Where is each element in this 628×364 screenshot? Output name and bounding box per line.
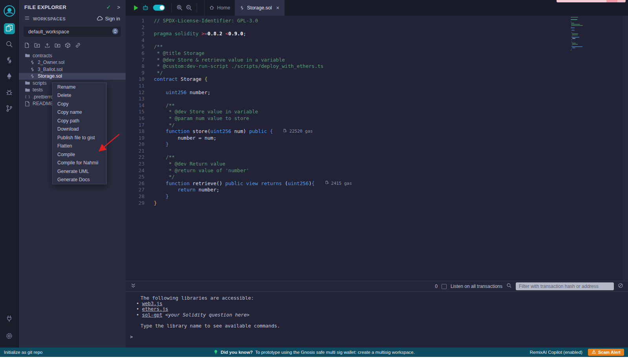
context-menu-item-compile[interactable]: Compile [53, 150, 106, 159]
debugger-button[interactable] [4, 87, 15, 98]
workspace-switch-icon[interactable] [112, 28, 119, 36]
terminal-search-icon[interactable] [506, 283, 512, 290]
settings-button[interactable] [4, 331, 15, 342]
search-button[interactable] [4, 39, 15, 50]
library-link[interactable]: sol-gpt [142, 312, 162, 318]
code-line: 6 * @title Storage [126, 50, 628, 57]
chevron-right-icon[interactable]: > [117, 4, 120, 10]
link-icon [75, 42, 81, 50]
library-link[interactable]: web3.js [142, 301, 162, 306]
context-menu-item-copy[interactable]: Copy [53, 100, 106, 108]
listen-label: Listen on all transactions [451, 284, 502, 289]
code-line: 22 /** [126, 154, 628, 161]
line-content: number = num; [154, 135, 216, 142]
zoom-in-icon[interactable] [175, 3, 184, 13]
transaction-filter-input[interactable] [516, 282, 614, 290]
tree-item-label: Storage.sol [38, 73, 62, 79]
file-explorer-button[interactable] [4, 23, 15, 34]
context-menu-item-copy-path[interactable]: Copy path [53, 116, 106, 125]
library-link[interactable]: ethers.js [142, 306, 168, 312]
terminal-prompt[interactable]: > [126, 334, 628, 340]
git-button[interactable] [4, 104, 15, 115]
new-file-button[interactable] [24, 42, 30, 49]
expand-terminal-icon[interactable] [130, 283, 136, 290]
line-number: 6 [126, 50, 144, 57]
gas-estimate-badge[interactable]: 22520 gas [283, 128, 313, 135]
line-content: /** [154, 154, 175, 161]
code-editor[interactable]: 1// SPDX-License-Identifier: GPL-3.023pr… [126, 16, 628, 281]
line-number: 4 [126, 37, 144, 44]
minimap[interactable] [571, 17, 593, 51]
line-content: * @dev Store value in variable [154, 109, 258, 115]
clear-console-icon[interactable] [618, 283, 623, 290]
context-menu-item-compile-for-nahmii[interactable]: Compile for Nahmii [53, 159, 106, 167]
line-number: 12 [126, 89, 144, 96]
workspaces-label: WORKSPACES [33, 16, 66, 21]
context-menu-item-copy-name[interactable]: Copy name [53, 108, 106, 117]
line-number: 28 [126, 193, 144, 200]
tree-item-2-owner-sol[interactable]: 2_Owner.sol [19, 59, 126, 66]
context-menu-item-download[interactable]: Download [53, 125, 106, 134]
ai-copilot-icon[interactable] [141, 3, 150, 13]
new-folder-button[interactable] [34, 42, 40, 49]
remix-logo[interactable] [3, 4, 16, 18]
tree-item-3-ballot-sol[interactable]: 3_Ballot.sol [19, 66, 126, 73]
line-content: function retrieve() public view returns … [154, 180, 315, 187]
copilot-toggle[interactable] [153, 5, 165, 11]
context-menu-item-rename[interactable]: Rename [53, 83, 106, 91]
minimap-line [571, 23, 575, 24]
terminal-library-item: • ethers.js [126, 306, 628, 312]
context-menu-item-flatten[interactable]: Flatten [53, 142, 106, 151]
status-bar: Initialize as git repo Did you know? To … [0, 348, 628, 357]
context-menu-item-generate-docs[interactable]: Generate Docs [53, 176, 106, 184]
tree-item-contracts[interactable]: contracts [19, 52, 126, 59]
code-line: 17 */ [126, 122, 628, 129]
copilot-status[interactable]: RemixAI Copilot (enabled) [530, 350, 582, 355]
gas-estimate-badge[interactable]: 2415 gas [325, 180, 352, 187]
check-icon[interactable]: ✓ [106, 4, 111, 10]
minimap-line [572, 45, 572, 46]
plugin-manager-button[interactable] [4, 314, 15, 325]
sol-file-icon [29, 60, 35, 65]
main-area: HomeStorage.sol× 1// SPDX-License-Identi… [126, 0, 628, 348]
code-line: 5/** [126, 44, 628, 50]
code-line: 3pragma solidity >=0.8.2 <0.9.0; [126, 31, 628, 37]
upload-folder-button[interactable] [54, 42, 61, 49]
context-menu-item-delete[interactable]: Delete [53, 91, 106, 100]
plug-icon [5, 315, 13, 324]
import-from-url-button[interactable] [75, 42, 81, 49]
line-number: 17 [126, 122, 144, 129]
workspace-select[interactable]: default_workspace [24, 27, 121, 37]
tree-item-storage-sol[interactable]: Storage.sol [19, 73, 126, 80]
hamburger-icon[interactable] [24, 15, 30, 22]
line-content: function store(uint256 num) public { [154, 128, 273, 135]
warning-icon [591, 349, 596, 355]
terminal-output[interactable]: The following libraries are accessible:•… [126, 292, 628, 348]
scam-alert-button[interactable]: Scam Alert [588, 349, 624, 356]
line-number: 7 [126, 57, 144, 64]
solidity-compiler-button[interactable] [4, 55, 15, 66]
sign-in-button[interactable]: Sign in [97, 15, 120, 23]
editor-scrollbar[interactable] [623, 16, 628, 281]
tab-storage-sol[interactable]: Storage.sol× [235, 0, 284, 16]
run-script-button[interactable] [131, 3, 141, 13]
upload-file-button[interactable] [44, 42, 51, 49]
folder-icon [24, 87, 30, 93]
close-tab-icon[interactable]: × [276, 5, 279, 11]
line-content: * @param num value to store [154, 115, 249, 122]
context-menu-item-generate-uml[interactable]: Generate UML [53, 167, 106, 176]
minimap-line [571, 24, 581, 25]
tree-item-label: tests [33, 87, 43, 93]
code-line: 16 * @param num value to store [126, 115, 628, 122]
deploy-run-button[interactable] [4, 71, 15, 82]
activity-bar [0, 0, 19, 348]
zoom-out-icon[interactable] [184, 3, 194, 13]
context-menu-item-publish-file-to-gist[interactable]: Publish file to gist [53, 133, 106, 142]
tab-home[interactable]: Home [204, 0, 235, 16]
cloud-icon [97, 15, 103, 23]
transaction-count: 0 [435, 284, 438, 289]
minimap-line [571, 17, 578, 18]
listen-checkbox[interactable] [442, 284, 447, 289]
git-init-button[interactable]: Initialize as git repo [4, 350, 42, 355]
load-from-ipfs-button[interactable] [64, 42, 71, 49]
